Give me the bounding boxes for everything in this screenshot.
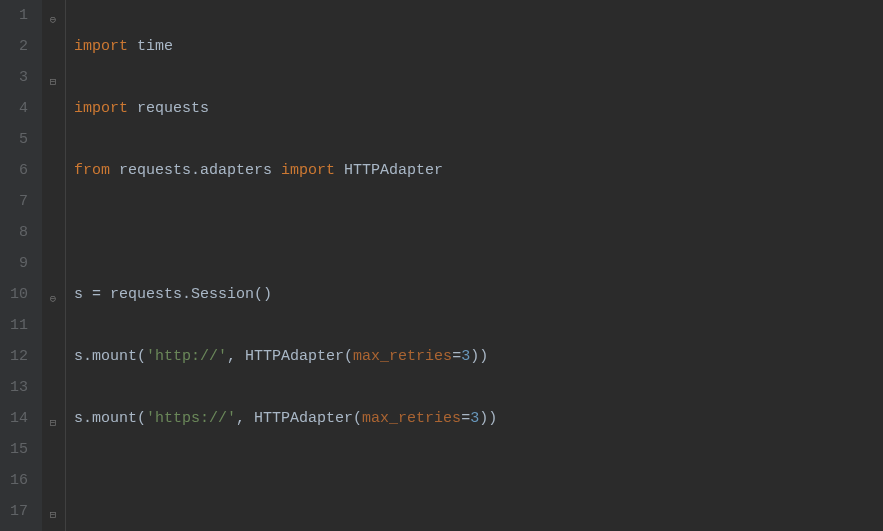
code-line[interactable]: print(time.strftime('%Y-%m-%d %H:%M:%S')… — [74, 527, 701, 531]
code-line[interactable]: import time — [74, 31, 701, 62]
line-number: 9 — [0, 248, 28, 279]
assign-op: = — [83, 286, 110, 303]
code-line[interactable]: from requests.adapters import HTTPAdapte… — [74, 155, 701, 186]
class-httpadapter: HTTPAdapter — [344, 162, 443, 179]
eq: = — [461, 410, 470, 427]
number-3: 3 — [461, 348, 470, 365]
line-number: 10 — [0, 279, 28, 310]
line-number-gutter: 1 2 3 4 5 6 7 8 9 10 11 12 13 14 15 16 1… — [0, 0, 42, 531]
var-s: s — [74, 410, 83, 427]
code-line[interactable]: s.mount('http://', HTTPAdapter(max_retri… — [74, 341, 701, 372]
var-s: s — [74, 286, 83, 303]
line-number: 5 — [0, 124, 28, 155]
line-number: 7 — [0, 186, 28, 217]
line-number: 4 — [0, 93, 28, 124]
ctor-httpadapter: HTTPAdapter( — [245, 348, 353, 365]
code-line[interactable]: s.mount('https://', HTTPAdapter(max_retr… — [74, 403, 701, 434]
line-number: 17 — [0, 496, 28, 527]
close-parens: )) — [470, 348, 488, 365]
line-number: 11 — [0, 310, 28, 341]
comma: , — [227, 348, 245, 365]
method-mount: .mount( — [83, 410, 146, 427]
var-s: s — [74, 348, 83, 365]
line-number: 16 — [0, 465, 28, 496]
method-mount: .mount( — [83, 348, 146, 365]
keyword-import: import — [74, 38, 128, 55]
line-number: 2 — [0, 31, 28, 62]
code-area[interactable]: import time import requests from request… — [66, 0, 701, 531]
number-3: 3 — [470, 410, 479, 427]
code-line[interactable]: s = requests.Session() — [74, 279, 701, 310]
keyword-from: from — [74, 162, 110, 179]
code-line[interactable]: import requests — [74, 93, 701, 124]
string-http: 'http://' — [146, 348, 227, 365]
module-time: time — [137, 38, 173, 55]
line-number: 8 — [0, 217, 28, 248]
line-number: 6 — [0, 155, 28, 186]
fold-marker-icon[interactable]: ⊟ — [46, 500, 60, 531]
fold-marker-icon[interactable]: ⊟ — [46, 67, 60, 98]
kwarg-max-retries: max_retries — [362, 410, 461, 427]
eq: = — [452, 348, 461, 365]
module-path: requests.adapters — [119, 162, 272, 179]
line-number: 15 — [0, 434, 28, 465]
fold-marker-icon[interactable]: ⊖ — [46, 284, 60, 315]
code-editor[interactable]: 1 2 3 4 5 6 7 8 9 10 11 12 13 14 15 16 1… — [0, 0, 883, 531]
string-https: 'https://' — [146, 410, 236, 427]
line-number: 14 — [0, 403, 28, 434]
code-line[interactable] — [74, 217, 701, 248]
line-number: 3 — [0, 62, 28, 93]
keyword-import: import — [74, 100, 128, 117]
ctor-httpadapter: HTTPAdapter( — [254, 410, 362, 427]
module-requests: requests — [137, 100, 209, 117]
line-number: 13 — [0, 372, 28, 403]
fold-column: ⊖ ⊟ ⊖ ⊟ ⊟ — [42, 0, 66, 531]
fold-marker-icon[interactable]: ⊟ — [46, 408, 60, 439]
line-number: 12 — [0, 341, 28, 372]
close-parens: )) — [479, 410, 497, 427]
keyword-import: import — [281, 162, 335, 179]
kwarg-max-retries: max_retries — [353, 348, 452, 365]
line-number: 1 — [0, 0, 28, 31]
call-session: requests.Session() — [110, 286, 272, 303]
fold-marker-icon[interactable]: ⊖ — [46, 5, 60, 36]
code-line[interactable] — [74, 465, 701, 496]
comma: , — [236, 410, 254, 427]
